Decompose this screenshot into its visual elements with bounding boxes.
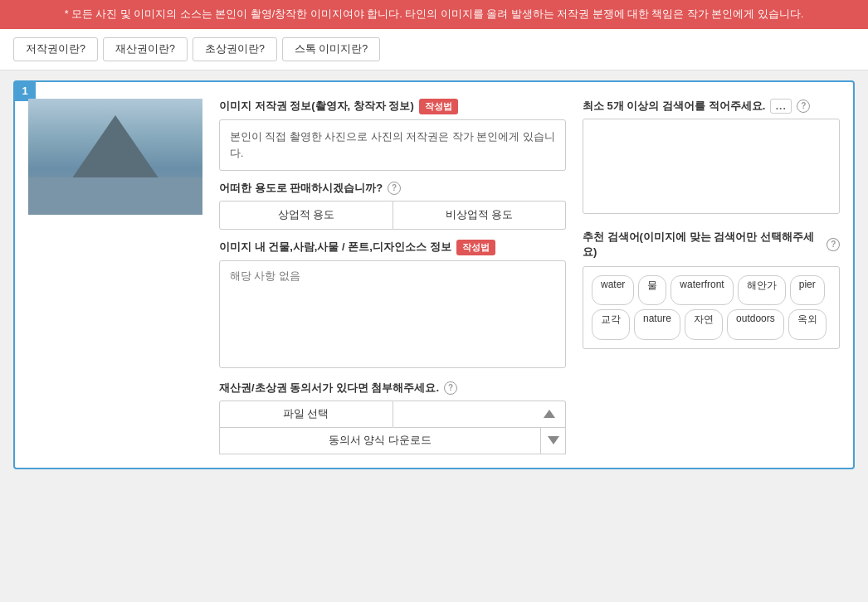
- file-select-button[interactable]: 파일 선택: [219, 401, 393, 428]
- copyright-section: 이미지 저작권 정보(촬영자, 창작자 정보) 작성법 본인이 직접 촬영한 사…: [219, 99, 566, 171]
- triangle-down-icon: [548, 436, 559, 444]
- copyright-content: 본인이 직접 촬영한 사진으로 사진의 저작권은 작가 본인에게 있습니다.: [230, 131, 555, 159]
- building-textarea[interactable]: [219, 260, 566, 368]
- recommend-tag[interactable]: outdoors: [727, 309, 784, 340]
- tags-container: water물waterfront해안가pier교각nature자연outdoor…: [583, 266, 840, 349]
- recommend-tag[interactable]: waterfront: [671, 275, 733, 306]
- nav-portrait-button[interactable]: 초상권이란?: [193, 37, 277, 61]
- recommend-tag[interactable]: 물: [638, 275, 666, 306]
- building-badge[interactable]: 작성법: [456, 240, 495, 255]
- nav-property-button[interactable]: 재산권이란?: [103, 37, 188, 61]
- usage-help-icon[interactable]: ?: [388, 182, 401, 195]
- usage-section: 어떠한 용도로 판매하시겠습니까? ? 상업적 용도 비상업적 용도: [219, 181, 566, 230]
- attach-title-text: 재산권/초상권 동의서가 있다면 첨부해주세요.: [219, 381, 439, 396]
- download-arrow-up[interactable]: [393, 401, 567, 428]
- recommend-tag[interactable]: 해안가: [738, 275, 786, 306]
- upload-card: 1 이미지 저작권 정보(촬영자, 창작자 정보) 작성법: [13, 80, 855, 469]
- search-help-icon[interactable]: ?: [797, 100, 810, 113]
- search-title-text: 최소 5개 이상의 검색어를 적어주세요.: [583, 99, 765, 114]
- copyright-info-box: 본인이 직접 촬영한 사진으로 사진의 저작권은 작가 본인에게 있습니다.: [219, 119, 566, 171]
- search-title-row: 최소 5개 이상의 검색어를 적어주세요. ... ?: [583, 99, 840, 114]
- nav-copyright-button[interactable]: 저작권이란?: [13, 37, 98, 61]
- attach-section: 재산권/초상권 동의서가 있다면 첨부해주세요. ? 파일 선택 동의서 양식 …: [219, 381, 566, 454]
- image-section: [28, 99, 202, 454]
- recommend-tag[interactable]: 교각: [592, 309, 630, 340]
- download-arrow-down[interactable]: [541, 428, 566, 454]
- usage-title-row: 어떠한 용도로 판매하시겠습니까? ?: [219, 181, 566, 196]
- attach-row-top: 파일 선택: [219, 401, 566, 428]
- search-keywords-textarea[interactable]: [583, 119, 840, 214]
- usage-buttons: 상업적 용도 비상업적 용도: [219, 201, 566, 230]
- attach-title-row: 재산권/초상권 동의서가 있다면 첨부해주세요. ?: [219, 381, 566, 396]
- preview-image: [28, 99, 202, 215]
- recommend-tag[interactable]: pier: [790, 275, 825, 306]
- recommend-help-icon[interactable]: ?: [827, 238, 840, 251]
- water-shape: [28, 177, 202, 215]
- download-form-button[interactable]: 동의서 양식 다운로드: [219, 428, 541, 454]
- notice-text: * 모든 사진 및 이미지의 소스는 본인이 촬영/창작한 이미지여야 합니다.…: [65, 8, 804, 20]
- building-title-row: 이미지 내 건물,사람,사물 / 폰트,디자인소스 정보 작성법: [219, 240, 566, 255]
- top-notice-bar: * 모든 사진 및 이미지의 소스는 본인이 촬영/창작한 이미지여야 합니다.…: [0, 0, 868, 29]
- noncommercial-button[interactable]: 비상업적 용도: [393, 201, 567, 230]
- building-title-text: 이미지 내 건물,사람,사물 / 폰트,디자인소스 정보: [219, 240, 451, 255]
- recommend-section: 추천 검색어(이미지에 맞는 검색어만 선택해주세요) ? water물wate…: [583, 230, 840, 349]
- commercial-button[interactable]: 상업적 용도: [219, 201, 393, 230]
- main-container: 1 이미지 저작권 정보(촬영자, 창작자 정보) 작성법: [0, 70, 868, 479]
- right-section: 최소 5개 이상의 검색어를 적어주세요. ... ? 추천 검색어(이미지에 …: [583, 99, 840, 454]
- left-section: 이미지 저작권 정보(촬영자, 창작자 정보) 작성법 본인이 직접 촬영한 사…: [219, 99, 566, 454]
- copyright-title-text: 이미지 저작권 정보(촬영자, 창작자 정보): [219, 99, 414, 114]
- nav-stock-button[interactable]: 스톡 이미지란?: [282, 37, 380, 61]
- attach-row-bottom: 동의서 양식 다운로드: [219, 428, 566, 454]
- recommend-tag[interactable]: nature: [634, 309, 680, 340]
- copyright-badge[interactable]: 작성법: [419, 99, 458, 114]
- nav-bar: 저작권이란? 재산권이란? 초상권이란? 스톡 이미지란?: [0, 29, 868, 70]
- usage-title-text: 어떠한 용도로 판매하시겠습니까?: [219, 181, 383, 196]
- recommend-tag[interactable]: 자연: [685, 309, 723, 340]
- recommend-tag[interactable]: 옥외: [788, 309, 827, 340]
- search-section: 최소 5개 이상의 검색어를 적어주세요. ... ?: [583, 99, 840, 216]
- copyright-title-row: 이미지 저작권 정보(촬영자, 창작자 정보) 작성법: [219, 99, 566, 114]
- card-inner: 이미지 저작권 정보(촬영자, 창작자 정보) 작성법 본인이 직접 촬영한 사…: [15, 82, 853, 468]
- search-more-icon[interactable]: ...: [770, 99, 792, 114]
- mountain-shape: [70, 115, 161, 182]
- triangle-up-icon: [544, 410, 555, 418]
- recommend-title-text: 추천 검색어(이미지에 맞는 검색어만 선택해주세요): [583, 230, 822, 260]
- attach-help-icon[interactable]: ?: [444, 381, 457, 395]
- building-section: 이미지 내 건물,사람,사물 / 폰트,디자인소스 정보 작성법: [219, 240, 566, 371]
- recommend-tag[interactable]: water: [592, 275, 634, 306]
- recommend-title-row: 추천 검색어(이미지에 맞는 검색어만 선택해주세요) ?: [583, 230, 840, 260]
